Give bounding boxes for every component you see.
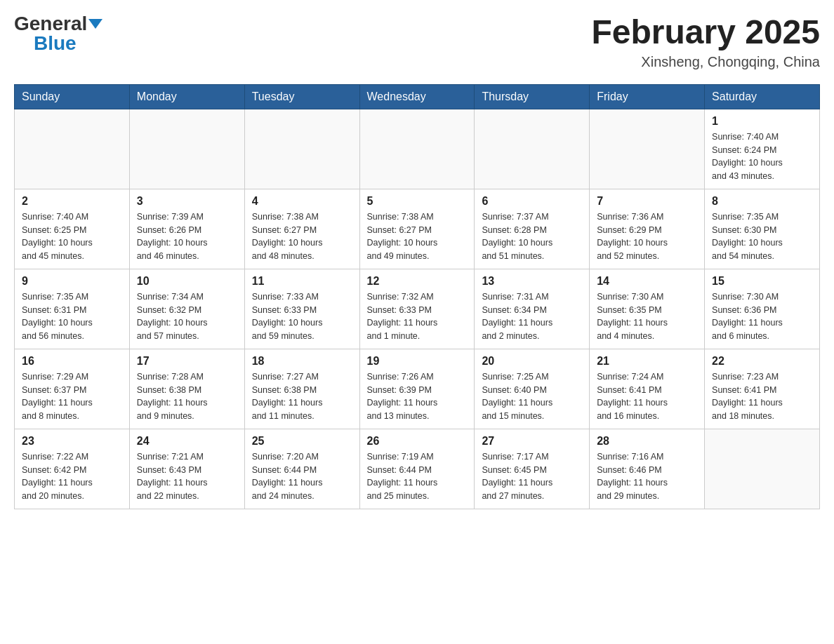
week-row: 16Sunrise: 7:29 AMSunset: 6:37 PMDayligh… [15, 349, 820, 429]
calendar-header-row: SundayMondayTuesdayWednesdayThursdayFrid… [15, 84, 820, 109]
calendar-cell [590, 109, 705, 189]
day-info: Sunrise: 7:17 AMSunset: 6:45 PMDaylight:… [482, 450, 582, 503]
day-of-week-header: Tuesday [244, 84, 359, 109]
calendar-cell: 11Sunrise: 7:33 AMSunset: 6:33 PMDayligh… [244, 269, 359, 349]
day-info: Sunrise: 7:34 AMSunset: 6:32 PMDaylight:… [137, 290, 237, 343]
day-info: Sunrise: 7:24 AMSunset: 6:41 PMDaylight:… [597, 370, 697, 423]
day-number: 23 [22, 435, 122, 448]
calendar-cell: 27Sunrise: 7:17 AMSunset: 6:45 PMDayligh… [475, 429, 590, 509]
calendar-cell: 19Sunrise: 7:26 AMSunset: 6:39 PMDayligh… [359, 349, 475, 429]
logo-blue-line: Blue [14, 34, 77, 53]
day-info: Sunrise: 7:36 AMSunset: 6:29 PMDaylight:… [597, 210, 697, 263]
calendar-cell: 12Sunrise: 7:32 AMSunset: 6:33 PMDayligh… [359, 269, 475, 349]
logo-triangle-icon [88, 19, 102, 29]
day-number: 5 [367, 195, 468, 208]
day-number: 21 [597, 355, 697, 368]
day-info: Sunrise: 7:16 AMSunset: 6:46 PMDaylight:… [597, 450, 697, 503]
day-of-week-header: Thursday [475, 84, 590, 109]
calendar-cell: 3Sunrise: 7:39 AMSunset: 6:26 PMDaylight… [129, 189, 244, 269]
week-row: 1Sunrise: 7:40 AMSunset: 6:24 PMDaylight… [15, 109, 820, 189]
logo: General Blue [14, 14, 102, 53]
day-info: Sunrise: 7:33 AMSunset: 6:33 PMDaylight:… [252, 290, 352, 343]
calendar-cell: 20Sunrise: 7:25 AMSunset: 6:40 PMDayligh… [475, 349, 590, 429]
calendar-cell: 14Sunrise: 7:30 AMSunset: 6:35 PMDayligh… [590, 269, 705, 349]
day-number: 16 [22, 355, 122, 368]
calendar-cell: 28Sunrise: 7:16 AMSunset: 6:46 PMDayligh… [590, 429, 705, 509]
day-info: Sunrise: 7:23 AMSunset: 6:41 PMDaylight:… [712, 370, 812, 423]
week-row: 23Sunrise: 7:22 AMSunset: 6:42 PMDayligh… [15, 429, 820, 509]
title-area: February 2025 Xinsheng, Chongqing, China [591, 14, 820, 70]
day-number: 7 [597, 195, 697, 208]
day-number: 22 [712, 355, 812, 368]
calendar-cell [705, 429, 820, 509]
calendar-cell [244, 109, 359, 189]
day-info: Sunrise: 7:37 AMSunset: 6:28 PMDaylight:… [482, 210, 582, 263]
day-of-week-header: Monday [129, 84, 244, 109]
day-number: 6 [482, 195, 582, 208]
day-number: 19 [367, 355, 468, 368]
day-number: 8 [712, 195, 812, 208]
day-info: Sunrise: 7:26 AMSunset: 6:39 PMDaylight:… [367, 370, 468, 423]
day-of-week-header: Wednesday [359, 84, 475, 109]
day-number: 12 [367, 275, 468, 288]
calendar-cell [15, 109, 130, 189]
day-number: 10 [137, 275, 237, 288]
day-number: 3 [137, 195, 237, 208]
day-info: Sunrise: 7:30 AMSunset: 6:35 PMDaylight:… [597, 290, 697, 343]
calendar-cell: 1Sunrise: 7:40 AMSunset: 6:24 PMDaylight… [705, 109, 820, 189]
day-number: 1 [712, 115, 812, 128]
location-text: Xinsheng, Chongqing, China [591, 54, 820, 70]
calendar-cell: 2Sunrise: 7:40 AMSunset: 6:25 PMDaylight… [15, 189, 130, 269]
day-number: 9 [22, 275, 122, 288]
day-info: Sunrise: 7:28 AMSunset: 6:38 PMDaylight:… [137, 370, 237, 423]
day-info: Sunrise: 7:38 AMSunset: 6:27 PMDaylight:… [367, 210, 468, 263]
logo-blue-text: Blue [34, 32, 77, 54]
week-row: 9Sunrise: 7:35 AMSunset: 6:31 PMDaylight… [15, 269, 820, 349]
calendar-cell: 13Sunrise: 7:31 AMSunset: 6:34 PMDayligh… [475, 269, 590, 349]
day-info: Sunrise: 7:31 AMSunset: 6:34 PMDaylight:… [482, 290, 582, 343]
day-number: 17 [137, 355, 237, 368]
day-number: 28 [597, 435, 697, 448]
calendar-cell: 18Sunrise: 7:27 AMSunset: 6:38 PMDayligh… [244, 349, 359, 429]
day-of-week-header: Saturday [705, 84, 820, 109]
day-info: Sunrise: 7:25 AMSunset: 6:40 PMDaylight:… [482, 370, 582, 423]
logo-general-line: General [14, 14, 102, 34]
day-info: Sunrise: 7:38 AMSunset: 6:27 PMDaylight:… [252, 210, 352, 263]
day-info: Sunrise: 7:29 AMSunset: 6:37 PMDaylight:… [22, 370, 122, 423]
day-number: 25 [252, 435, 352, 448]
calendar-cell: 9Sunrise: 7:35 AMSunset: 6:31 PMDaylight… [15, 269, 130, 349]
day-of-week-header: Friday [590, 84, 705, 109]
day-info: Sunrise: 7:19 AMSunset: 6:44 PMDaylight:… [367, 450, 468, 503]
calendar-cell [475, 109, 590, 189]
month-title: February 2025 [591, 14, 820, 51]
day-info: Sunrise: 7:39 AMSunset: 6:26 PMDaylight:… [137, 210, 237, 263]
day-number: 11 [252, 275, 352, 288]
day-info: Sunrise: 7:27 AMSunset: 6:38 PMDaylight:… [252, 370, 352, 423]
day-info: Sunrise: 7:21 AMSunset: 6:43 PMDaylight:… [137, 450, 237, 503]
day-number: 14 [597, 275, 697, 288]
week-row: 2Sunrise: 7:40 AMSunset: 6:25 PMDaylight… [15, 189, 820, 269]
day-number: 15 [712, 275, 812, 288]
calendar-cell: 10Sunrise: 7:34 AMSunset: 6:32 PMDayligh… [129, 269, 244, 349]
calendar-cell: 21Sunrise: 7:24 AMSunset: 6:41 PMDayligh… [590, 349, 705, 429]
day-number: 26 [367, 435, 468, 448]
day-info: Sunrise: 7:35 AMSunset: 6:30 PMDaylight:… [712, 210, 812, 263]
calendar-cell: 5Sunrise: 7:38 AMSunset: 6:27 PMDaylight… [359, 189, 475, 269]
calendar-cell: 4Sunrise: 7:38 AMSunset: 6:27 PMDaylight… [244, 189, 359, 269]
page-header: General Blue February 2025 Xinsheng, Cho… [14, 14, 820, 70]
calendar-cell: 7Sunrise: 7:36 AMSunset: 6:29 PMDaylight… [590, 189, 705, 269]
calendar-cell: 6Sunrise: 7:37 AMSunset: 6:28 PMDaylight… [475, 189, 590, 269]
day-info: Sunrise: 7:40 AMSunset: 6:25 PMDaylight:… [22, 210, 122, 263]
calendar-cell: 25Sunrise: 7:20 AMSunset: 6:44 PMDayligh… [244, 429, 359, 509]
calendar-cell: 23Sunrise: 7:22 AMSunset: 6:42 PMDayligh… [15, 429, 130, 509]
logo-general-text: General [14, 13, 102, 34]
day-of-week-header: Sunday [15, 84, 130, 109]
calendar-cell: 24Sunrise: 7:21 AMSunset: 6:43 PMDayligh… [129, 429, 244, 509]
day-info: Sunrise: 7:35 AMSunset: 6:31 PMDaylight:… [22, 290, 122, 343]
calendar-cell: 15Sunrise: 7:30 AMSunset: 6:36 PMDayligh… [705, 269, 820, 349]
day-number: 2 [22, 195, 122, 208]
day-number: 27 [482, 435, 582, 448]
day-number: 13 [482, 275, 582, 288]
day-number: 24 [137, 435, 237, 448]
day-info: Sunrise: 7:20 AMSunset: 6:44 PMDaylight:… [252, 450, 352, 503]
